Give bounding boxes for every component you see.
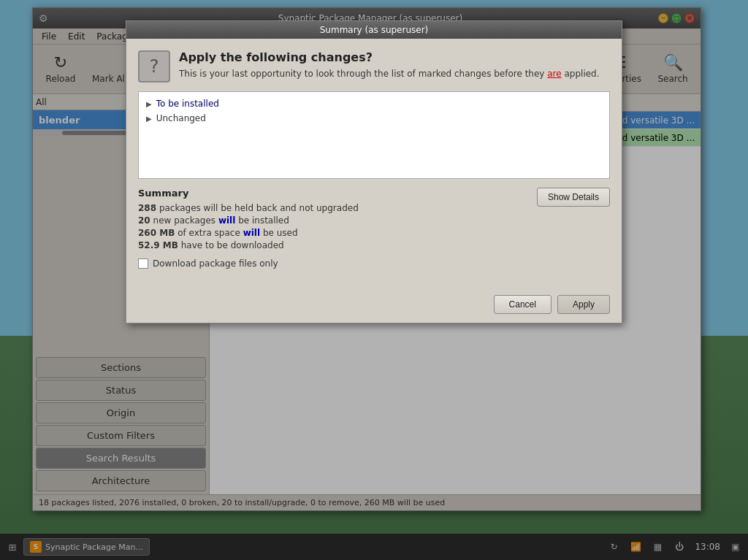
cancel-button[interactable]: Cancel	[494, 295, 552, 314]
expand-arrow-1: ▶	[146, 100, 152, 108]
modal-dialog: Summary (as superuser) ? Apply the follo…	[126, 20, 622, 323]
apply-modal-button[interactable]: Apply	[557, 295, 610, 314]
show-details-area: Show Details	[537, 188, 610, 207]
summary-num-3: 260 MB	[138, 228, 175, 238]
modal-header-row: ? Apply the following changes? This is y…	[138, 50, 610, 83]
summary-text-3: of extra space	[178, 228, 243, 238]
modal-heading: Apply the following changes?	[179, 50, 600, 64]
modal-body: ? Apply the following changes? This is y…	[126, 39, 622, 289]
show-details-button[interactable]: Show Details	[537, 188, 610, 207]
summary-num-2: 20	[138, 215, 150, 226]
download-only-label: Download package files only	[153, 258, 278, 269]
modal-description: This is your last opportunity to look th…	[179, 69, 600, 79]
download-only-checkbox[interactable]	[138, 258, 148, 269]
expand-item-installed[interactable]: ▶ To be installed	[143, 96, 605, 111]
desc-before: This is your last opportunity to look th…	[179, 69, 547, 79]
expand-label-unchanged: Unchanged	[156, 113, 206, 123]
summary-line-1: 288 packages will be held back and not u…	[138, 203, 359, 213]
summary-will-3: will	[243, 228, 260, 238]
summary-text-1: packages will be held back and not upgra…	[159, 203, 359, 213]
modal-heading-block: Apply the following changes? This is you…	[179, 50, 600, 79]
summary-text-4: have to be downloaded	[181, 240, 284, 250]
expand-item-unchanged[interactable]: ▶ Unchanged	[143, 111, 605, 126]
desc-after: applied.	[562, 69, 600, 79]
summary-text-3b: be used	[263, 228, 298, 238]
summary-title: Summary	[138, 188, 359, 199]
summary-line-2: 20 new packages will be installed	[138, 215, 359, 226]
summary-num-1: 288	[138, 203, 156, 213]
expand-list: ▶ To be installed ▶ Unchanged	[138, 91, 610, 179]
expand-label-installed: To be installed	[156, 99, 219, 109]
summary-will-2: will	[218, 215, 235, 226]
summary-line-3: 260 MB of extra space will be used	[138, 228, 359, 238]
modal-overlay: Summary (as superuser) ? Apply the follo…	[0, 0, 748, 560]
expand-arrow-2: ▶	[146, 115, 152, 123]
modal-footer: Cancel Apply	[126, 289, 622, 323]
desc-highlight: are	[547, 69, 561, 79]
summary-left: Summary 288 packages will be held back a…	[138, 188, 359, 253]
summary-line-4: 52.9 MB have to be downloaded	[138, 240, 359, 250]
summary-text-2b: be installed	[238, 215, 289, 226]
question-icon: ?	[138, 50, 170, 83]
checkbox-row: Download package files only	[138, 258, 610, 269]
modal-title-bar: Summary (as superuser)	[126, 21, 622, 39]
modal-title: Summary (as superuser)	[320, 25, 429, 35]
summary-num-4: 52.9 MB	[138, 240, 178, 250]
summary-section: Summary 288 packages will be held back a…	[138, 188, 610, 253]
summary-text-2: new packages	[153, 215, 218, 226]
